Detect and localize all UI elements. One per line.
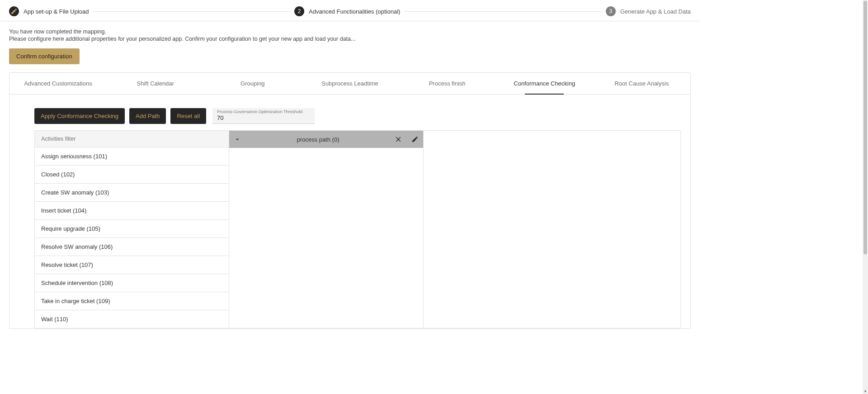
tab-root-cause-analysis[interactable]: Root Cause Analysis	[593, 73, 690, 94]
step-connector	[93, 11, 291, 12]
tab-grouping[interactable]: Grouping	[204, 73, 301, 94]
activity-item[interactable]: Take in charge ticket (109)	[35, 292, 229, 310]
activity-item[interactable]: Insert ticket (104)	[35, 202, 229, 220]
apply-conformance-checking-button[interactable]: Apply Conformance Checking	[34, 108, 125, 124]
intro-line-2: Please configure here additional propert…	[9, 36, 691, 42]
tab-bar: Advanced Customizations Shift Calendar G…	[9, 73, 690, 95]
process-path-panel: process path (0)	[229, 131, 424, 328]
tab-conformance-checking[interactable]: Conformance Checking	[496, 73, 593, 94]
step-3-label: Generate App & Load Data	[620, 8, 691, 15]
activity-item[interactable]: Resolve ticket (107)	[35, 256, 229, 274]
pencil-icon	[9, 6, 19, 16]
threshold-input[interactable]	[217, 114, 310, 121]
wizard-stepper: App set-up & File Upload 2 Advanced Func…	[0, 0, 700, 21]
action-row: Apply Conformance Checking Add Path Rese…	[9, 95, 690, 124]
activity-item[interactable]: Closed (102)	[35, 166, 229, 184]
reset-all-button[interactable]: Reset all	[170, 108, 206, 124]
step-1-label: App set-up & File Upload	[24, 8, 89, 15]
activity-item[interactable]: Wait (110)	[35, 310, 229, 328]
content-columns: Assign seriousness (101) Closed (102) Cr…	[34, 130, 681, 328]
process-path-title: process path (0)	[245, 136, 391, 143]
tab-shift-calendar[interactable]: Shift Calendar	[107, 73, 204, 94]
close-icon[interactable]	[391, 136, 407, 143]
intro-line-1: You have now completed the mapping.	[9, 28, 691, 35]
threshold-field[interactable]: Process Governance Optimization Threshol…	[212, 108, 315, 124]
activity-item[interactable]: Require upgrade (105)	[35, 220, 229, 238]
confirm-configuration-button[interactable]: Confirm configuration	[9, 48, 80, 64]
process-path-header: process path (0)	[229, 131, 423, 148]
step-2-label: Advanced Functionalities (optional)	[309, 8, 400, 15]
vertical-scrollbar[interactable]: ▾	[863, 0, 868, 329]
tab-process-finish[interactable]: Process finish	[399, 73, 496, 94]
step-1[interactable]: App set-up & File Upload	[9, 6, 89, 16]
intro-block: You have now completed the mapping. Plea…	[0, 21, 700, 64]
tab-subprocess-leadtime[interactable]: Subprocess Leadtime	[301, 73, 398, 94]
activity-item[interactable]: Assign seriousness (101)	[35, 147, 229, 166]
activity-item[interactable]: Resolve SW anomaly (106)	[35, 238, 229, 256]
chevron-down-icon[interactable]	[229, 136, 245, 143]
add-path-button[interactable]: Add Path	[129, 108, 166, 124]
threshold-label: Process Governance Optimization Threshol…	[217, 109, 310, 114]
activity-item[interactable]: Create SW anomaly (103)	[35, 184, 229, 202]
activity-item[interactable]: Schedule intervention (108)	[35, 274, 229, 292]
activities-filter-input[interactable]	[40, 135, 223, 142]
empty-panel	[424, 131, 680, 328]
step-connector	[404, 11, 602, 12]
step-2-number: 2	[294, 6, 304, 16]
pencil-icon[interactable]	[407, 136, 423, 143]
scrollbar-thumb[interactable]	[863, 1, 867, 254]
step-3[interactable]: 3 Generate App & Load Data	[606, 6, 691, 16]
step-3-number: 3	[606, 6, 616, 16]
tab-advanced-customizations[interactable]: Advanced Customizations	[9, 73, 107, 94]
activities-filter-wrap	[35, 131, 229, 147]
activities-panel: Assign seriousness (101) Closed (102) Cr…	[35, 131, 229, 328]
step-2[interactable]: 2 Advanced Functionalities (optional)	[294, 6, 400, 16]
